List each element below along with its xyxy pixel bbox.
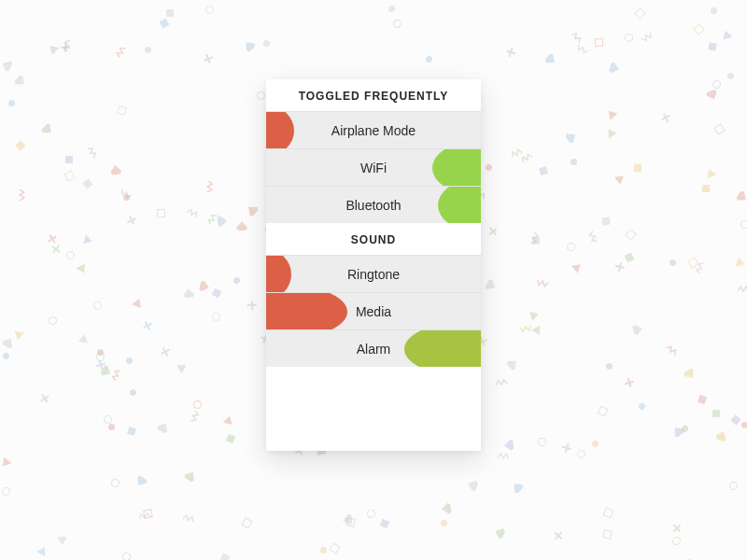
section-header-sound: SOUND: [266, 223, 481, 255]
svg-marker-19: [245, 203, 259, 217]
row-label: Airplane Mode: [266, 112, 481, 148]
row-wifi[interactable]: WiFi: [266, 148, 481, 186]
svg-marker-22: [631, 323, 643, 337]
row-airplane-mode[interactable]: Airplane Mode: [266, 111, 481, 148]
svg-marker-17: [156, 421, 170, 435]
svg-marker-15: [510, 481, 524, 496]
svg-marker-27: [485, 279, 499, 293]
svg-marker-23: [0, 59, 13, 73]
row-ringtone[interactable]: Ringtone: [266, 255, 481, 292]
svg-marker-4: [109, 165, 121, 175]
svg-marker-34: [736, 189, 747, 204]
svg-marker-2: [494, 526, 507, 540]
svg-marker-0: [715, 429, 729, 442]
row-label: Media: [266, 293, 481, 329]
svg-marker-28: [683, 367, 698, 381]
row-label: Bluetooth: [266, 187, 481, 223]
svg-marker-30: [466, 478, 478, 492]
svg-marker-35: [2, 336, 16, 350]
row-label: Ringtone: [266, 256, 481, 292]
svg-marker-20: [705, 89, 719, 102]
svg-marker-7: [183, 287, 195, 299]
svg-marker-29: [565, 130, 579, 145]
svg-marker-18: [198, 280, 210, 293]
svg-marker-33: [134, 475, 148, 489]
row-label: WiFi: [266, 149, 481, 186]
svg-marker-5: [609, 62, 621, 75]
row-bluetooth[interactable]: Bluetooth: [266, 186, 481, 223]
svg-marker-11: [184, 469, 198, 483]
svg-marker-12: [13, 75, 27, 90]
row-alarm[interactable]: Alarm: [266, 329, 481, 367]
svg-marker-3: [236, 221, 247, 231]
svg-marker-25: [503, 440, 514, 452]
card-footer-spacer: [266, 367, 481, 451]
svg-marker-26: [505, 357, 519, 371]
svg-marker-21: [442, 502, 452, 514]
settings-card: TOGGLED FREQUENTLY Airplane Mode WiFi Bl…: [266, 79, 481, 451]
section-header-frequent: TOGGLED FREQUENTLY: [266, 79, 481, 111]
svg-marker-14: [41, 122, 55, 137]
row-label: Alarm: [266, 330, 481, 367]
svg-marker-31: [242, 39, 257, 54]
row-media[interactable]: Media: [266, 292, 481, 329]
svg-marker-8: [543, 52, 557, 67]
